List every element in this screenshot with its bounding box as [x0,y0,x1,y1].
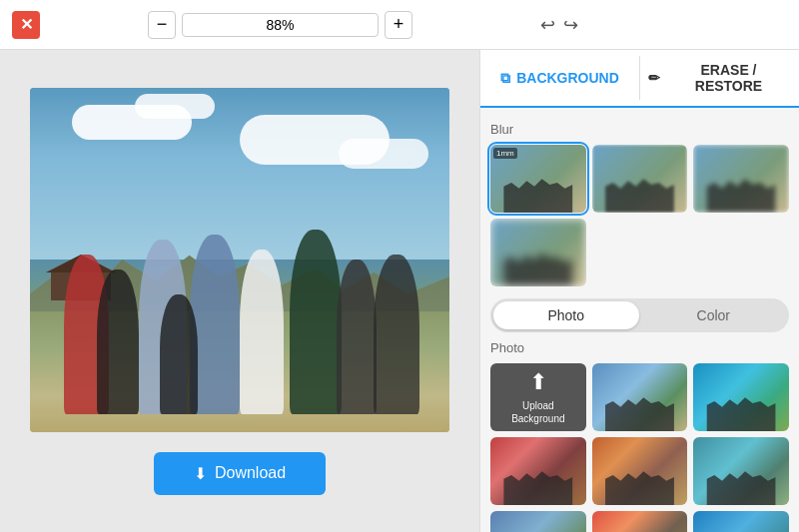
canvas-area: ⬇ Download [0,50,479,532]
blur-thumb-2[interactable] [592,145,688,213]
photo-section-label: Photo [490,340,789,355]
blur-section-label: Blur [490,122,789,137]
redo-button[interactable]: ↪ [563,14,578,36]
zoom-in-button[interactable]: + [385,11,412,39]
photo-thumb-2[interactable] [693,363,789,431]
upload-background-button[interactable]: ⬆ Upload Background [490,363,586,431]
photo-thumb-7[interactable] [592,511,688,532]
image-container [30,88,449,432]
history-controls: ↩ ↪ [540,14,578,36]
zoom-out-button[interactable]: − [148,11,176,39]
download-button[interactable]: ⬇ Download [154,452,326,495]
main-area: ⬇ Download ⧉ BACKGROUND ✏ ERASE / RESTOR… [0,50,799,532]
blur-thumb-3[interactable] [693,145,789,213]
tab-background[interactable]: ⧉ BACKGROUND [480,50,639,108]
photo-thumb-5[interactable] [693,437,789,505]
right-panel: ⧉ BACKGROUND ✏ ERASE / RESTORE Blur 1mm [479,50,799,532]
photo-thumb-8[interactable] [693,511,789,532]
blur-grid: 1mm [490,145,789,286]
photo-thumb-3[interactable] [490,437,586,505]
zoom-controls: − + [148,11,412,39]
eraser-icon: ✏ [648,70,660,86]
panel-tabs: ⧉ BACKGROUND ✏ ERASE / RESTORE [480,50,799,108]
zoom-input[interactable] [182,13,379,37]
photo-grid: ⬆ Upload Background [490,363,789,532]
photo-thumb-4[interactable] [592,437,688,505]
download-label: Download [215,464,286,482]
photo-thumb-6[interactable] [490,511,586,532]
toggle-color-button[interactable]: Color [641,301,787,329]
photo-thumb-1[interactable] [592,363,688,431]
close-button[interactable]: ✕ [12,11,40,39]
toggle-photo-button[interactable]: Photo [493,301,639,329]
upload-icon: ⬆ [529,369,547,395]
tab-erase-restore[interactable]: ✏ ERASE / RESTORE [640,50,799,106]
blur-thumb-4[interactable] [490,219,586,286]
upload-label-line2: Background [511,413,564,424]
photo-background [30,88,449,432]
panel-content: Blur 1mm [480,108,799,532]
toolbar: ✕ − + ↩ ↪ [0,0,799,50]
blur-thumb-1[interactable]: 1mm [490,145,586,213]
upload-label-line1: Upload [522,400,554,411]
undo-button[interactable]: ↩ [540,14,555,36]
download-icon: ⬇ [194,464,207,483]
photo-color-toggle: Photo Color [490,298,789,332]
layers-icon: ⧉ [500,70,510,87]
